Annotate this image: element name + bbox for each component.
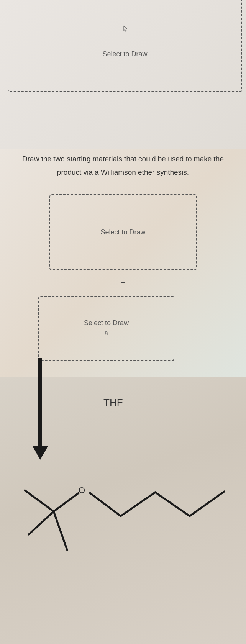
panel-product: THF O (0, 377, 246, 644)
drawing-area-reactant-b[interactable]: Select to Draw (38, 296, 174, 361)
product-molecule-structure (11, 469, 238, 603)
draw-placeholder-1: Select to Draw (102, 50, 147, 58)
reaction-arrow-icon (27, 358, 54, 462)
svg-line-5 (54, 493, 79, 511)
pointer-icon-small (104, 330, 109, 338)
draw-placeholder-b: Select to Draw (84, 319, 129, 327)
plus-symbol: + (0, 279, 246, 287)
svg-line-9 (190, 492, 224, 516)
svg-line-7 (121, 492, 155, 516)
svg-line-2 (25, 490, 54, 511)
svg-line-8 (155, 492, 190, 516)
svg-marker-1 (33, 446, 48, 460)
svg-line-6 (90, 493, 121, 516)
panel-question: Draw the two starting materials that cou… (0, 149, 246, 377)
solvent-label: THF (103, 397, 123, 408)
question-text-line2: product via a Williamson ether synthesis… (0, 166, 246, 179)
drawing-area-1[interactable]: Select to Draw (8, 0, 242, 92)
drawing-area-reactant-a[interactable]: Select to Draw (49, 194, 197, 270)
question-text-line1: Draw the two starting materials that cou… (0, 152, 246, 166)
reactants-container: Select to Draw + Select to Draw (0, 194, 246, 361)
panel-top: Select to Draw (0, 0, 246, 149)
pointer-icon (121, 25, 128, 35)
svg-line-4 (54, 511, 67, 550)
svg-line-3 (29, 511, 54, 534)
draw-placeholder-a: Select to Draw (100, 228, 145, 236)
